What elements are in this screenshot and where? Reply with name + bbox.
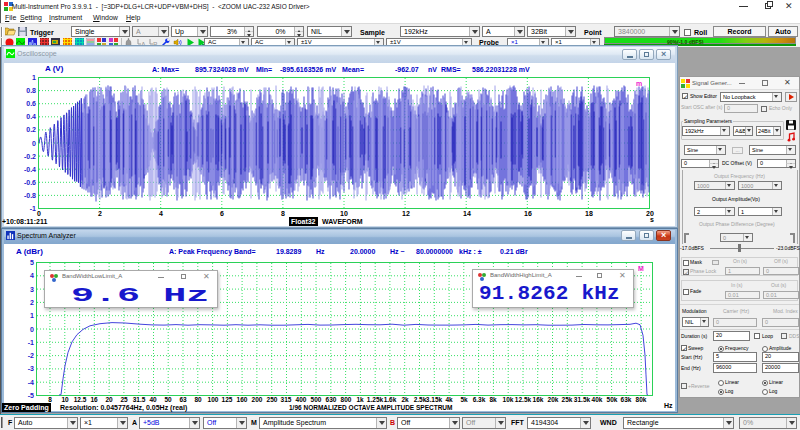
svg-text:M: M [638,265,644,272]
svg-text:m: m [636,80,642,87]
